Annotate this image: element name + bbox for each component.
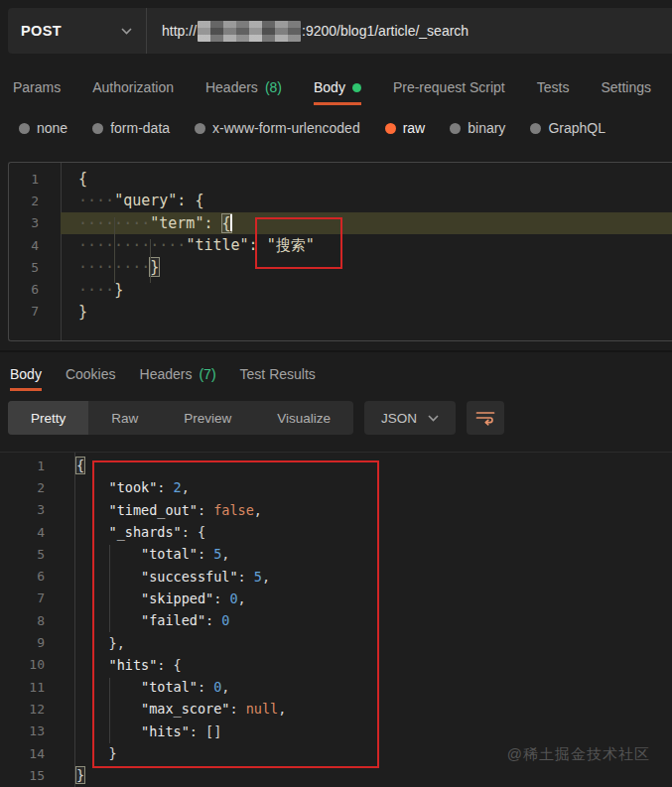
tab-label: Params — [13, 79, 61, 95]
request-url-bar: POST http://:9200/blog1/article/_search — [8, 8, 672, 54]
postman-window: POST http://:9200/blog1/article/_search … — [0, 0, 672, 787]
line-number: 8 — [0, 613, 74, 628]
annotation-box-response — [92, 460, 379, 768]
line-number: 3 — [9, 215, 61, 230]
redacted-host-blur — [198, 21, 301, 42]
chevron-down-icon — [428, 415, 439, 422]
line-number: 10 — [0, 657, 74, 672]
response-tab-test-results[interactable]: Test Results — [240, 357, 316, 391]
tab-count: (7) — [199, 366, 215, 382]
url-input[interactable]: http://:9200/blog1/article/_search — [147, 8, 672, 54]
body-mode-none[interactable]: none — [19, 120, 67, 136]
text-cursor — [230, 214, 232, 231]
code-line: 7} — [9, 301, 672, 323]
modified-indicator-dot — [352, 83, 361, 92]
tab-label: Headers — [205, 79, 258, 95]
line-number: 7 — [9, 304, 61, 319]
request-tab-headers[interactable]: Headers(8) — [205, 69, 282, 105]
tab-label: Pre-request Script — [393, 79, 505, 95]
request-tab-pre-request-script[interactable]: Pre-request Script — [393, 69, 505, 105]
mode-label: raw — [403, 120, 426, 136]
radio-icon — [450, 123, 461, 134]
line-number: 13 — [0, 723, 74, 738]
radio-icon — [19, 123, 30, 134]
view-pretty[interactable]: Pretty — [8, 401, 88, 435]
response-tabs: BodyCookiesHeaders(7)Test Results — [0, 357, 316, 391]
tab-label: Tests — [537, 79, 570, 95]
response-toolbar: PrettyRawPreviewVisualize JSON — [0, 400, 504, 436]
line-number: 12 — [0, 702, 74, 717]
format-dropdown[interactable]: JSON — [364, 401, 456, 435]
code-text: ····} — [61, 278, 672, 300]
line-number: 1 — [9, 172, 61, 187]
radio-icon — [530, 123, 541, 134]
mode-label: binary — [468, 120, 505, 136]
body-mode-binary[interactable]: binary — [450, 120, 505, 136]
view-visualize[interactable]: Visualize — [254, 401, 353, 435]
mode-label: GraphQL — [548, 120, 605, 136]
request-tab-body[interactable]: Body — [314, 69, 361, 105]
url-suffix: :9200/blog1/article/_search — [302, 23, 469, 39]
tab-label: Body — [10, 366, 42, 382]
line-number: 2 — [9, 194, 61, 208]
radio-icon — [385, 123, 396, 134]
line-number: 4 — [0, 525, 74, 540]
request-tab-settings[interactable]: Settings — [601, 69, 651, 105]
tab-label: Cookies — [66, 366, 116, 382]
tab-label: Headers — [140, 366, 193, 382]
mode-label: form-data — [110, 120, 170, 136]
section-divider — [0, 350, 672, 352]
code-text: } — [61, 301, 672, 323]
tab-label: Settings — [601, 79, 651, 95]
indent-guide — [150, 239, 151, 283]
response-tab-cookies[interactable]: Cookies — [66, 357, 116, 391]
response-view-switcher: PrettyRawPreviewVisualize — [8, 401, 353, 435]
tab-label: Body — [314, 79, 345, 95]
tab-label: Test Results — [240, 366, 316, 382]
code-text: ····"query": { — [61, 190, 672, 211]
wrap-text-icon — [474, 409, 496, 427]
line-number: 11 — [0, 680, 74, 695]
body-mode-raw[interactable]: raw — [385, 120, 426, 136]
annotation-box-request — [255, 217, 342, 269]
response-body-editor[interactable]: 1{2 "took": 2,3 "timed_out": false,4 "_s… — [0, 452, 672, 787]
code-text: ········} — [61, 256, 672, 278]
request-body-editor[interactable]: 1{2····"query": {3········"term": {4····… — [8, 162, 672, 341]
line-number: 9 — [0, 635, 74, 650]
url-prefix: http:// — [162, 23, 197, 39]
method-selector[interactable]: POST — [8, 8, 146, 54]
body-mode-x-www-form-urlencoded[interactable]: x-www-form-urlencoded — [195, 120, 360, 136]
line-number: 2 — [0, 480, 74, 495]
code-text: ········"term": { — [61, 212, 672, 234]
body-mode-form-data[interactable]: form-data — [92, 120, 170, 136]
wrap-text-button[interactable] — [467, 401, 504, 435]
watermark: @稀土掘金技术社区 — [507, 745, 650, 764]
request-tab-authorization[interactable]: Authorization — [92, 69, 174, 105]
code-line: 1{ — [9, 168, 672, 190]
code-line: 6····} — [9, 278, 672, 300]
code-text: ············"title": "搜索" — [61, 234, 672, 256]
response-tab-headers[interactable]: Headers(7) — [140, 357, 216, 391]
request-tab-params[interactable]: Params — [13, 69, 61, 105]
view-raw[interactable]: Raw — [88, 401, 161, 435]
code-line: 2····"query": { — [9, 190, 672, 211]
body-mode-graphql[interactable]: GraphQL — [530, 120, 605, 136]
body-mode-options: noneform-datax-www-form-urlencodedrawbin… — [0, 111, 605, 145]
format-label: JSON — [381, 411, 417, 426]
code-text: { — [61, 168, 672, 190]
request-tabs: ParamsAuthorizationHeaders(8)BodyPre-req… — [0, 69, 651, 105]
line-number: 15 — [0, 768, 74, 783]
line-number: 3 — [0, 502, 74, 517]
response-tab-body[interactable]: Body — [10, 357, 42, 391]
line-number: 6 — [0, 569, 74, 584]
radio-icon — [92, 123, 103, 134]
request-tab-tests[interactable]: Tests — [537, 69, 570, 105]
line-number: 14 — [0, 746, 74, 761]
chevron-down-icon — [121, 28, 132, 35]
tab-label: Authorization — [92, 79, 174, 95]
radio-icon — [195, 123, 205, 134]
line-number: 1 — [0, 459, 74, 473]
line-number: 7 — [0, 590, 74, 605]
view-preview[interactable]: Preview — [161, 401, 254, 435]
line-number: 4 — [9, 238, 61, 253]
